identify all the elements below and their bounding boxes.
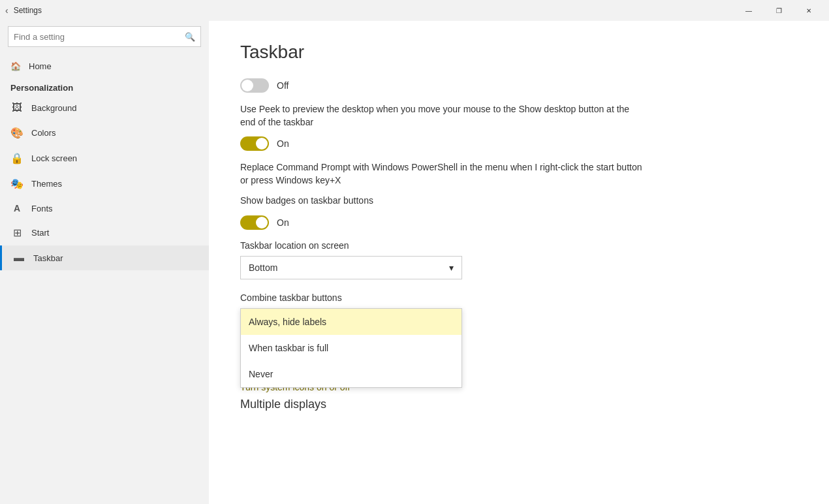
lock-icon: 🔒 xyxy=(10,152,23,165)
combine-option-always-label: Always, hide labels xyxy=(249,317,326,327)
taskbar-location-dropdown[interactable]: Bottom ▾ xyxy=(240,256,462,279)
sidebar-item-colors[interactable]: 🎨 Colors xyxy=(0,120,209,146)
sidebar-fonts-label: Fonts xyxy=(31,204,53,213)
toggle-badges-label: On xyxy=(277,217,289,228)
peek-description: Use Peek to preview the desktop when you… xyxy=(240,103,645,129)
sidebar-taskbar-label: Taskbar xyxy=(33,253,63,263)
home-icon: 🏠 xyxy=(10,61,21,71)
toggle-powershell-row: On xyxy=(240,136,798,151)
close-button[interactable]: ✕ xyxy=(794,0,824,21)
window-controls: — ❐ ✕ xyxy=(734,0,824,21)
toggle-powershell[interactable] xyxy=(240,136,269,151)
toggle-badges[interactable] xyxy=(240,215,269,230)
content-area: Taskbar Off Use Peek to preview the desk… xyxy=(209,21,829,504)
taskbar-location-dropdown-container: Bottom ▾ xyxy=(240,256,462,279)
search-container[interactable]: 🔍 xyxy=(8,26,201,47)
sidebar-start-label: Start xyxy=(31,228,49,238)
minimize-button[interactable]: — xyxy=(734,0,764,21)
sidebar-colors-label: Colors xyxy=(31,128,56,138)
sidebar-item-start[interactable]: ⊞ Start xyxy=(0,220,209,245)
taskbar-icon: ▬ xyxy=(12,252,25,264)
taskbar-location-value: Bottom xyxy=(249,262,277,273)
themes-icon: 🎭 xyxy=(10,178,23,190)
combine-dropdown-options: Always, hide labels When taskbar is full… xyxy=(240,308,462,388)
sidebar-item-lock-screen[interactable]: 🔒 Lock screen xyxy=(0,146,209,171)
toggle-peek-row: Off xyxy=(240,78,798,93)
sidebar-item-home[interactable]: 🏠 Home xyxy=(0,55,209,78)
colors-icon: 🎨 xyxy=(10,127,23,139)
fonts-icon: A xyxy=(10,203,23,213)
search-icon: 🔍 xyxy=(185,32,195,42)
combine-option-full[interactable]: When taskbar is full xyxy=(241,335,461,361)
main-layout: 🔍 🏠 Home Personalization 🖼 Background 🎨 … xyxy=(0,21,829,504)
toggle-powershell-label: On xyxy=(277,138,289,149)
toggle-badges-row: On xyxy=(240,215,798,230)
sidebar-item-fonts[interactable]: A Fonts xyxy=(0,197,209,220)
sidebar: 🔍 🏠 Home Personalization 🖼 Background 🎨 … xyxy=(0,21,209,504)
combine-option-never[interactable]: Never xyxy=(241,361,461,387)
home-label: Home xyxy=(29,61,52,71)
back-button[interactable]: ‹ xyxy=(5,5,8,16)
sidebar-background-label: Background xyxy=(31,103,76,113)
combine-option-always[interactable]: Always, hide labels xyxy=(241,309,461,335)
toggle-peek-label: Off xyxy=(277,80,289,91)
sidebar-item-taskbar[interactable]: ▬ Taskbar xyxy=(0,245,209,270)
combine-option-full-label: When taskbar is full xyxy=(249,343,328,353)
search-input[interactable] xyxy=(14,32,185,42)
sidebar-lock-label: Lock screen xyxy=(31,153,77,163)
taskbar-location-label: Taskbar location on screen xyxy=(240,240,798,251)
toggle-peek[interactable] xyxy=(240,78,269,93)
background-icon: 🖼 xyxy=(10,102,23,114)
multiple-displays-title: Multiple displays xyxy=(240,398,798,411)
maximize-button[interactable]: ❐ xyxy=(764,0,794,21)
combine-option-never-label: Never xyxy=(249,369,273,379)
chevron-down-icon: ▾ xyxy=(449,262,454,273)
powershell-description: Replace Command Prompt with Windows Powe… xyxy=(240,161,645,187)
combine-label: Combine taskbar buttons xyxy=(240,292,798,303)
sidebar-item-themes[interactable]: 🎭 Themes xyxy=(0,171,209,197)
sidebar-themes-label: Themes xyxy=(31,179,62,189)
sidebar-section-label: Personalization xyxy=(0,78,209,95)
title-bar: ‹ Settings — ❐ ✕ xyxy=(0,0,829,21)
start-icon: ⊞ xyxy=(10,227,23,239)
window-title: Settings xyxy=(14,6,734,15)
sidebar-item-background[interactable]: 🖼 Background xyxy=(0,95,209,120)
badges-description: Show badges on taskbar buttons xyxy=(240,195,645,208)
page-title: Taskbar xyxy=(240,42,798,63)
